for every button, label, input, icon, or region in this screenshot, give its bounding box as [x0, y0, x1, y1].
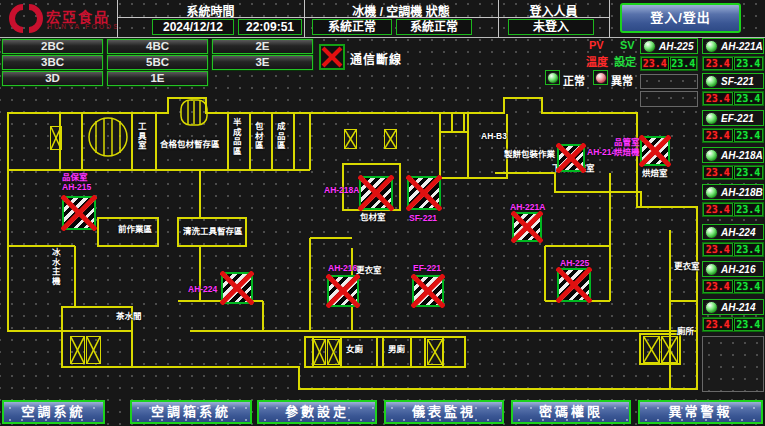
door-x-icon [344, 129, 357, 149]
room-label: 半成品區 [231, 118, 240, 156]
door-x-icon [643, 336, 660, 363]
room-label: 更衣室 [674, 262, 700, 271]
comm-loss-marker-EF-221[interactable] [412, 275, 444, 307]
hmi-screen: 宏亞食品 HUNYA FOODS 系統時間 2024/12/12 22:09:5… [0, 0, 765, 426]
room-label: 工具室 [136, 122, 145, 151]
comm-loss-marker-AH-221A[interactable] [512, 212, 542, 242]
door-x-icon [70, 336, 85, 364]
comm-loss-marker-AH-218A[interactable] [359, 176, 393, 210]
comm-loss-marker-烘焙機[interactable] [640, 136, 670, 166]
room-label: 烘焙室 [642, 169, 668, 178]
comm-loss-marker-AH-216[interactable] [327, 275, 359, 307]
device-label-AH-215: 品保室AH-215 [62, 172, 91, 192]
door-x-icon [50, 126, 62, 150]
comm-loss-marker-AH-214[interactable] [557, 144, 585, 172]
room-label: 前作業區 [118, 225, 152, 234]
device-label-AH-224: AH-224 [188, 284, 217, 294]
room-label: 廁所 [677, 327, 694, 336]
room-label: 女廁 [346, 345, 363, 354]
door-x-icon [427, 339, 443, 365]
comm-loss-marker-SF-221[interactable] [407, 176, 441, 210]
device-label-AH-225: AH-225 [560, 258, 589, 268]
room-label: 茶水間 [116, 312, 142, 321]
device-label-AH-218A: AH-218A [324, 185, 359, 195]
comm-loss-marker-AH-215[interactable] [62, 196, 96, 230]
room-label: 包材室 [360, 213, 386, 222]
device-label-SF-221: SF-221 [409, 213, 437, 223]
stairs-icon [89, 118, 127, 156]
room-label: 清洗工具暫存區 [183, 227, 243, 236]
device-label-烘焙機: 品管室烘焙機 [614, 137, 640, 157]
room-label: AH-B3 [481, 132, 507, 141]
door-x-icon [86, 336, 101, 364]
door-x-icon [327, 339, 340, 365]
room-label: 冰水主機 [50, 248, 59, 286]
stairs-icon [181, 100, 207, 125]
device-label-EF-221: EF-221 [413, 263, 441, 273]
device-label-AH-216: AH-216 [328, 263, 357, 273]
door-x-icon [313, 339, 326, 365]
room-label: 製餅包裝作業 [504, 150, 555, 159]
door-x-icon [384, 129, 397, 149]
device-label-AH-214: AH-214 [587, 147, 616, 157]
comm-loss-marker-AH-225[interactable] [557, 268, 591, 302]
room-label: 男廁 [388, 345, 405, 354]
room-label: 成品區 [275, 122, 284, 151]
comm-loss-marker-AH-224[interactable] [221, 272, 253, 304]
room-label: 包材區 [253, 122, 262, 151]
device-label-AH-221A: AH-221A [510, 202, 545, 212]
door-x-icon [661, 336, 678, 363]
room-label: 合格包材暫存區 [160, 140, 220, 149]
